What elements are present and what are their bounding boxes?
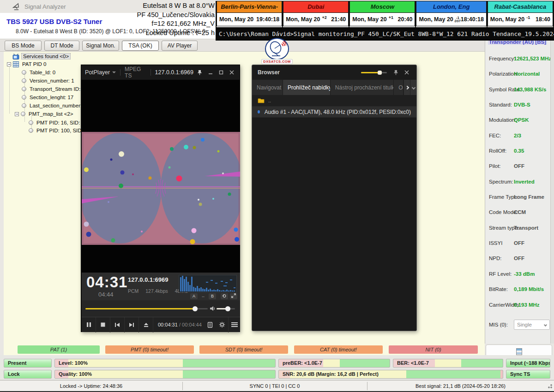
tree-item-label[interactable]: PMT PID: 16, SID: 0 [35,120,86,125]
elapsed-time: 04:31 [86,273,127,291]
transponder-panel: Transponder (AU) [BS] Frequency:12621,52… [485,39,554,344]
volume-thumb[interactable] [225,306,230,311]
tree-item-label[interactable]: PMT_map_list <2> [27,111,75,117]
scroll-tabs-right-icon[interactable] [403,80,410,95]
parent-folder-row[interactable]: .. [252,95,416,106]
tree-item-label[interactable]: Table_Id: 0 [28,70,57,75]
eject-button[interactable] [139,317,153,333]
resize-grip[interactable] [546,382,553,389]
video-area[interactable] [82,80,240,273]
node-icon [22,87,26,91]
tree-item-label[interactable]: Services found <0> [21,53,71,59]
close-icon[interactable] [402,68,411,77]
next-button[interactable] [125,317,139,333]
volume-icon[interactable] [210,306,216,311]
tree-item-label[interactable]: Version_number: 1 [28,78,76,83]
browser-titlebar[interactable]: Browser [252,65,416,80]
clock-dubai: Dubai Mon, May 20 +2 21:40 [283,1,349,27]
stop-button[interactable] [96,317,110,333]
audio-track-item[interactable]: Audio #1 - AAC(LATM), 48.0 kHz (PID:0x01… [252,106,416,118]
status-best-signal: Best signal: 21,1 dB (2024-05-20 18:26) [367,380,554,392]
preber-bar: preBER: <1.0E-7 [278,359,390,368]
tab-nastroj-titulku[interactable]: Nástroj procházení titulků [331,80,394,95]
tab-tsa[interactable]: TSA (OK) [122,41,159,51]
close-icon[interactable] [227,68,236,77]
clock-time: 18:40:18 [461,16,484,23]
snr-bar: SNR: 20,6 dB (Margin: 16,2 dB | Perfect) [278,370,503,379]
left-gutter [0,52,4,356]
ab-point-a-button[interactable]: A [190,293,198,299]
repeat-icon[interactable] [221,293,228,299]
ab-point-b-button[interactable]: B [209,293,216,299]
tab-online-subs[interactable]: Online Subs [394,80,403,95]
satellite-dish-drawing [268,40,286,58]
panel-scrollbar[interactable] [550,39,554,344]
collapse-icon[interactable] [7,62,11,66]
tab-av-player[interactable]: AV Player [162,41,198,51]
tree-item-section-length[interactable]: Section_lenght: 17 [22,94,75,101]
cat-status-badge: CAT (0) timeout! [294,345,383,354]
tab-bs-mode[interactable]: BS Mode [5,41,42,51]
pin-icon[interactable] [391,68,400,77]
potplayer-titlebar[interactable]: PotPlayer MPEG TS 127.0.0.1:6969 [81,65,240,80]
stream-url: 127.0.0.1:6969 [128,276,168,283]
potplayer-menu[interactable]: PotPlayer [85,69,110,76]
tree-item-pmt-100[interactable]: PMT PID: 100, SID: 0 [29,127,89,134]
tab-list-dropdown-icon[interactable] [410,80,416,95]
tree-item-label[interactable]: Last_section_number: 0 [28,103,88,108]
clock-moscow: Moscow Mon, May 20 +1 20:40 [349,1,416,27]
tab-prohlizec-nabidky[interactable]: Prohlížeč nabídky [283,80,331,95]
table-icon [13,61,19,67]
settings-gear-icon[interactable] [216,317,228,333]
tree-item-label[interactable]: Transport_Stream ID: 1 [28,86,86,92]
previous-button[interactable] [110,317,125,333]
tree-item-services[interactable]: Services found <0> [12,53,71,60]
ab-swap-button[interactable]: ↔ [199,293,207,299]
clock-city-label: London, Eng [416,1,486,13]
overlay-line-location: PF 450_Lučenec/Slovakia [129,11,215,20]
console-text: C:\Users\Roman Dávid>Signal monitoring_P… [219,30,554,37]
clock-london: London, Eng Mon, May 20 -1 DST 18:40:18 [416,1,487,27]
dxsatcs-logo-text: DXSATCS.COM [261,59,293,64]
mis-dropdown[interactable]: Single [514,320,550,330]
tab-navigovat[interactable]: Navigovat [252,80,283,95]
clock-time-row: Mon, May 20 -1 DST 18:40:18 [416,13,486,26]
maximize-icon[interactable] [217,68,225,77]
playback-time: 00:04:31 / 00:04:44 [158,322,202,327]
status-sync-counters: SYNC 0 | TEI 0 | CC 0 [182,380,367,392]
menu-hamburger-icon[interactable] [228,317,240,333]
parent-folder-label[interactable]: .. [268,98,271,103]
seek-bar[interactable] [85,308,195,309]
tab-dt-mode[interactable]: DT Mode [44,41,79,51]
satellite-dish-icon [12,3,20,11]
tree-item-label[interactable]: Section_lenght: 17 [28,95,75,100]
tree-item-pmt-16[interactable]: PMT PID: 16, SID: 0 [29,119,86,126]
overlay-line-frequency: f=12 621,662 MHz_V [129,19,215,29]
tree-item-pmt-map[interactable]: PMT_map_list <2> [15,110,75,118]
param-modulation: Modulation:QPSK [485,117,554,125]
tree-item-table-id[interactable]: Table_Id: 0 [22,69,57,76]
collapse-icon[interactable] [15,112,19,116]
node-icon [22,103,26,108]
nit-status-badge: NIT (0) [389,345,478,354]
clock-time: 19:40:18 [256,16,279,23]
clock-city-label: Dubai [283,1,349,13]
tab-signal-mon[interactable]: Signal Mon. [82,41,119,51]
minimize-icon[interactable] [206,68,215,77]
seek-thumb[interactable] [193,306,198,311]
tree-item-last-section[interactable]: Last_section_number: 0 [22,102,88,109]
tree-item-label[interactable]: PAT PID 0 [21,61,48,67]
audio-track-label[interactable]: Audio #1 - AAC(LATM), 48.0 kHz (PID:0x01… [265,109,411,115]
tree-item-version[interactable]: Version_number: 1 [22,77,76,84]
spectrum-bars [179,275,236,292]
fullscreen-icon[interactable] [230,293,237,299]
opacity-slider[interactable] [361,72,387,73]
playlist-icon[interactable] [204,317,216,333]
tree-item-ts-id[interactable]: Transport_Stream ID: 1 [22,85,86,93]
pin-icon[interactable] [195,68,204,77]
tree-item-pat[interactable]: PAT PID 0 [7,60,48,68]
param-symbol-rate: Symbol Rate:143,988 KS/s [485,87,554,94]
pause-button[interactable] [82,317,96,333]
param-frequency: Frequency:12621,523 MHz [485,56,554,63]
ber-bar: BER: <1.0E-7 [393,359,503,368]
